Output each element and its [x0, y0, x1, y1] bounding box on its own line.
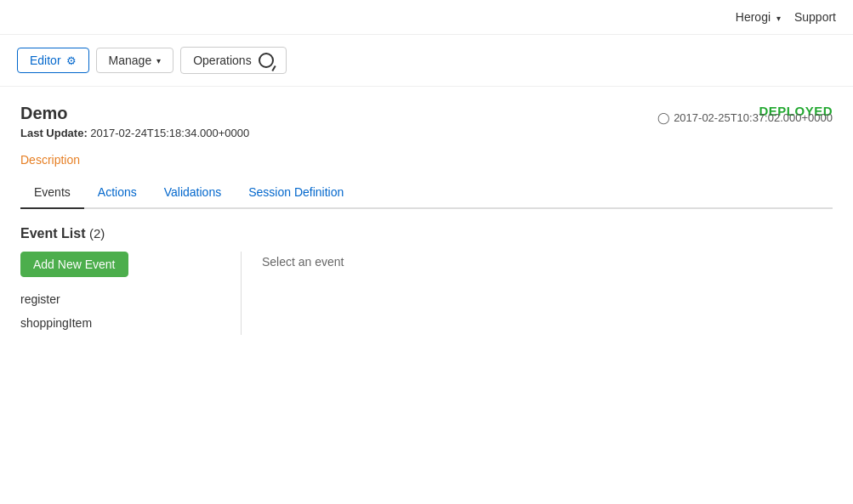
events-right-panel: Select an event: [242, 252, 833, 335]
events-left-panel: Add New Event register shoppingItem: [20, 252, 242, 335]
tab-actions[interactable]: Actions: [84, 177, 151, 209]
last-update-label: Last Update:: [20, 127, 88, 139]
event-list-header: Event List (2): [20, 226, 833, 241]
tabs-container: Events Actions Validations Session Defin…: [20, 177, 833, 209]
event-items-list: register shoppingItem: [20, 287, 227, 335]
last-update-value: 2017-02-24T15:18:34.000+0000: [90, 127, 249, 139]
tab-events[interactable]: Events: [20, 177, 84, 209]
description-link[interactable]: Description: [20, 153, 80, 167]
editor-button[interactable]: Editor ⚙: [17, 48, 89, 73]
timestamp-row: ◯ 2017-02-25T10:37:02.000+0000: [657, 111, 833, 124]
clock-icon: ◯: [657, 111, 670, 124]
manage-label: Manage: [109, 54, 152, 67]
list-item[interactable]: register: [20, 287, 227, 311]
add-event-button[interactable]: Add New Event: [20, 252, 128, 277]
cursor-icon: [259, 53, 274, 68]
description-label: Description: [20, 153, 80, 167]
timestamp-value: 2017-02-25T10:37:02.000+0000: [674, 111, 833, 124]
top-navigation: Herogi ▾ Support: [0, 0, 853, 35]
tab-validations[interactable]: Validations: [151, 177, 235, 209]
manage-caret-icon: ▾: [156, 56, 161, 65]
operations-label: Operations: [193, 54, 251, 67]
editor-label: Editor: [30, 54, 61, 67]
user-name: Herogi: [736, 10, 771, 24]
page-title: Demo: [20, 104, 68, 123]
event-count: (2): [89, 226, 105, 241]
support-link[interactable]: Support: [794, 10, 836, 24]
toolbar: Editor ⚙ Manage ▾ Operations: [0, 35, 853, 87]
user-caret-icon: ▾: [776, 14, 781, 23]
event-name: shoppingItem: [20, 316, 92, 330]
event-name: register: [20, 292, 60, 306]
last-update: Last Update: 2017-02-24T15:18:34.000+000…: [20, 127, 249, 139]
manage-button[interactable]: Manage ▾: [96, 48, 174, 73]
events-layout: Add New Event register shoppingItem Sele…: [20, 252, 833, 335]
page-content: Demo DEPLOYED Last Update: 2017-02-24T15…: [0, 87, 853, 352]
list-item[interactable]: shoppingItem: [20, 311, 227, 335]
event-list-title: Event List (2): [20, 226, 105, 241]
gear-icon: ⚙: [66, 54, 77, 67]
operations-button[interactable]: Operations: [180, 47, 286, 74]
user-menu[interactable]: Herogi ▾: [736, 10, 781, 24]
tab-session-definition[interactable]: Session Definition: [235, 177, 357, 209]
select-event-prompt: Select an event: [262, 255, 344, 269]
